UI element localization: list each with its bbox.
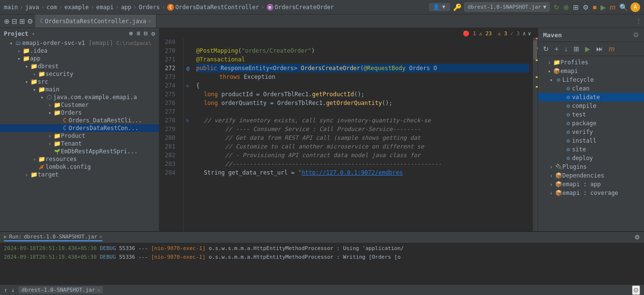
sidebar-item-lombok[interactable]: 🌶 lombok.config bbox=[0, 163, 159, 171]
maven-download-button[interactable]: ↓ bbox=[562, 44, 570, 54]
maven-item-dependencies[interactable]: › 📦 Dependencies bbox=[538, 171, 644, 180]
panel-gear-button[interactable]: ⋮ bbox=[635, 17, 642, 25]
sidebar-sort-icon[interactable]: ≡ bbox=[137, 30, 140, 37]
maven-skip-button[interactable]: ⏭ bbox=[594, 44, 605, 54]
sidebar-item-java-pkg[interactable]: ▾ ⬡ java.com.example.emapi.a bbox=[0, 93, 159, 101]
nav-up-icon[interactable]: ∧ bbox=[523, 30, 526, 37]
maven-item-lifecycle[interactable]: ▾ ⚙ Lifecycle bbox=[538, 75, 644, 84]
maven-run-button[interactable]: ▶ bbox=[583, 44, 592, 54]
bottom-tab-run[interactable]: ▶ Run: dbrest-1.0-SNAPSHOT.jar ✕ bbox=[4, 234, 102, 241]
sidebar-gear-icon[interactable]: ⚙ bbox=[151, 30, 155, 37]
editor-scroll[interactable]: 269 270 271 272 273 274 275 276 277 278 … bbox=[159, 38, 538, 231]
maven-gear-button[interactable]: ⚙ bbox=[633, 31, 639, 39]
status-jar-close[interactable]: ✕ bbox=[97, 287, 100, 293]
play-button[interactable]: ▶ bbox=[600, 2, 607, 12]
sidebar-scroll-icon[interactable]: ⊟ bbox=[144, 30, 147, 37]
maven-m-button[interactable]: m bbox=[607, 44, 616, 54]
sidebar-item-orders-data-rest-label: Orders_DataRestCli... bbox=[69, 117, 159, 124]
sidebar-item-orders-data-rest[interactable]: › C Orders_DataRestCli... bbox=[0, 117, 159, 124]
link-url[interactable]: http://127.0.0.1:9072/emdbres bbox=[301, 168, 403, 177]
sidebar-item-target[interactable]: › 📁 target bbox=[0, 171, 159, 178]
info-count: ⚠ 3 bbox=[498, 30, 507, 37]
maven-package-icon: ⚙ bbox=[564, 120, 572, 127]
status-gear-button[interactable]: ⚙ bbox=[632, 285, 640, 295]
maven-item-emapi-coverage[interactable]: › 📦 emapi : coverage bbox=[538, 189, 644, 197]
sidebar-item-main[interactable]: ▾ 📁 main bbox=[0, 86, 159, 93]
maven-emapi-cov-label: emapi : coverage bbox=[562, 190, 618, 196]
bottom-gear-button[interactable]: ⚙ bbox=[634, 234, 640, 241]
maven-item-emapi-app[interactable]: › 📦 emapi : app bbox=[538, 180, 644, 189]
maven-item-plugins[interactable]: › 🔌 Plugins bbox=[538, 162, 644, 171]
scrollbar-thumb[interactable] bbox=[533, 40, 537, 59]
maven-item-clean[interactable]: › ⚙ clean bbox=[538, 84, 644, 93]
sidebar-item-app-label: app bbox=[30, 55, 159, 62]
sidebar-locate-icon[interactable]: ⊕ bbox=[129, 30, 132, 37]
breadcrumb-controller: C OrdersDataRestController bbox=[167, 4, 259, 11]
sidebar-item-app[interactable]: ▾ 📁 app bbox=[0, 55, 159, 62]
maven-lifecycle-arrow: ▾ bbox=[548, 77, 555, 83]
sidebar-item-security[interactable]: › 📁 security bbox=[0, 70, 159, 78]
run-tab-close[interactable]: ✕ bbox=[99, 234, 102, 240]
sidebar-item-root[interactable]: ▾ 🗂 emapi-order-svc-v1 [emapi] C:\runSpa… bbox=[0, 39, 159, 47]
maven-item-validate[interactable]: › ⚙ validate bbox=[538, 93, 644, 102]
sidebar-item-resources[interactable]: › 📁 resources bbox=[0, 155, 159, 163]
gutter-281 bbox=[184, 142, 192, 151]
src-folder-icon: 📁 bbox=[30, 78, 38, 85]
status-jar-tag[interactable]: dbrest-1.0-SNAPSHOT.jar ✕ bbox=[18, 286, 103, 294]
sidebar-item-orders[interactable]: ▾ 📁 Orders bbox=[0, 109, 159, 117]
bottom-content[interactable]: 2024-09-18T20:51:19.436+05:30 DEBUG 5533… bbox=[0, 243, 644, 284]
maven-item-verify[interactable]: › ⚙ verify bbox=[538, 128, 644, 136]
stop-button[interactable]: ■ bbox=[592, 2, 598, 12]
error-stripe bbox=[536, 38, 538, 39]
add-button[interactable]: ⊕ bbox=[562, 2, 570, 12]
maven-item-site[interactable]: › ⚙ site bbox=[538, 145, 644, 154]
maven-emapi-cov-arrow: › bbox=[548, 191, 555, 196]
maven-m-button[interactable]: m bbox=[609, 2, 616, 12]
breadcrumb-emapi: emapi bbox=[96, 4, 114, 11]
maven-add-button[interactable]: + bbox=[553, 44, 560, 54]
log-level-2: DEBUG bbox=[100, 254, 119, 260]
user-button[interactable]: 👤 ▼ bbox=[429, 3, 450, 11]
nav-down-icon[interactable]: ∨ bbox=[528, 30, 531, 37]
refresh-button[interactable]: ↻ bbox=[553, 2, 560, 12]
code-line-284: String get_data_rest_url = "http://127.0… bbox=[196, 168, 529, 177]
gear-button[interactable]: ⚙ bbox=[582, 2, 590, 12]
new-file-button[interactable]: ⊕ bbox=[4, 17, 10, 25]
tab-close-icon[interactable]: ✕ bbox=[148, 18, 151, 24]
maven-item-compile[interactable]: › ⚙ compile bbox=[538, 102, 644, 110]
sidebar-item-emdbrest[interactable]: › 🌱 EmDbRestAppRestSpri... bbox=[0, 148, 159, 155]
code-content[interactable]: @PostMapping("orders/CreateOrder") @Tran… bbox=[192, 38, 533, 231]
maven-item-profiles[interactable]: › 📁 Profiles bbox=[538, 58, 644, 67]
split-button[interactable]: ⊞ bbox=[572, 2, 580, 12]
code-line-277 bbox=[196, 107, 529, 116]
bottom-panel: ▶ Run: dbrest-1.0-SNAPSHOT.jar ✕ ⚙ 2024-… bbox=[0, 231, 644, 284]
maven-deploy-label: deploy bbox=[572, 155, 593, 162]
maven-item-install[interactable]: › ⚙ install bbox=[538, 136, 644, 145]
editor-tab[interactable]: C OrdersDataRestController.java ✕ bbox=[35, 15, 157, 28]
sidebar-item-src[interactable]: ▾ 📁 src bbox=[0, 78, 159, 86]
emdbrest-icon: 🌱 bbox=[53, 149, 61, 154]
maven-item-emapi[interactable]: ▾ 📦 emapi bbox=[538, 67, 644, 75]
maven-expand-button[interactable]: ⊞ bbox=[572, 44, 581, 54]
maven-refresh-button[interactable]: ↻ bbox=[541, 44, 551, 54]
maven-item-test[interactable]: › ⚙ test bbox=[538, 110, 644, 119]
editor-scrollbar[interactable] bbox=[533, 38, 538, 231]
editor-area: 🔴 1 ⚠ 23 ⚠ 3 ✓ 3 ∧ ∨ 269 270 271 272 273… bbox=[159, 28, 538, 231]
sidebar-item-customer[interactable]: › 📁 Customer bbox=[0, 101, 159, 109]
jar-selector[interactable]: dbrest-1.0-SNAPSHOT.jar ▼ bbox=[464, 2, 550, 12]
split-vertical-button[interactable]: ⊞ bbox=[19, 17, 25, 25]
search-button[interactable]: 🔍 bbox=[619, 3, 628, 11]
sidebar-item-tenant[interactable]: › 📁 Tenant bbox=[0, 140, 159, 148]
maven-deps-label: Dependencies bbox=[562, 172, 604, 179]
sidebar-item-orders-ctrl[interactable]: › C OrdersDataRestCon... bbox=[0, 124, 159, 132]
maven-item-package[interactable]: › ⚙ package bbox=[538, 119, 644, 128]
maven-header: Maven ⚙ bbox=[538, 28, 644, 42]
sidebar-item-dbrest[interactable]: ▾ 📁 dbrest bbox=[0, 62, 159, 70]
maven-item-deploy[interactable]: › ⚙ deploy bbox=[538, 154, 644, 162]
settings-button[interactable]: ⚙ bbox=[27, 17, 33, 25]
sidebar-item-product[interactable]: › 📁 Product bbox=[0, 132, 159, 140]
split-editor-button[interactable]: ⊟ bbox=[12, 17, 17, 25]
jar-label: dbrest-1.0-SNAPSHOT.jar bbox=[468, 4, 541, 10]
sidebar-item-idea[interactable]: › 📁 .idea bbox=[0, 47, 159, 55]
maven-validate-label: validate bbox=[572, 94, 600, 101]
